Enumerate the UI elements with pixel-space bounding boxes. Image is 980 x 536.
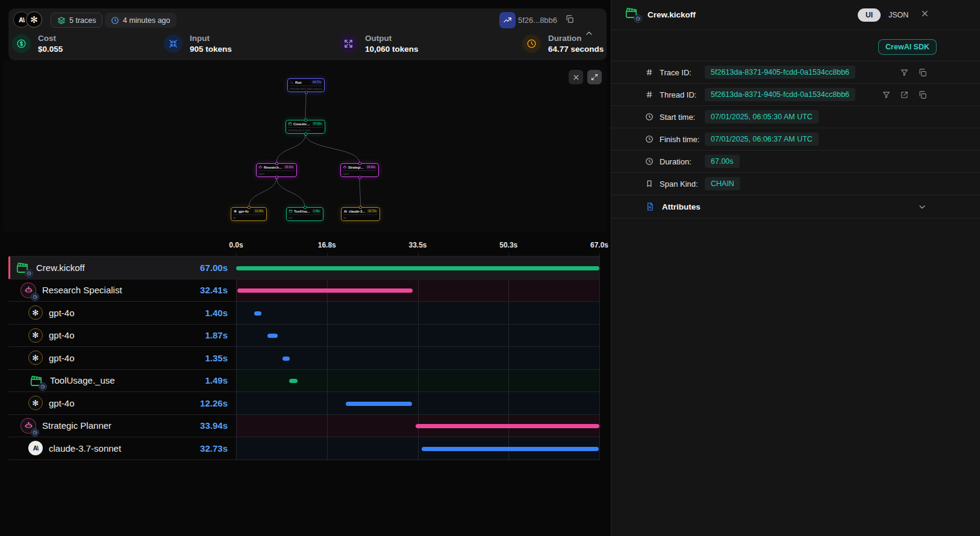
graph-node-research[interactable]: Research Speciali...32.41sagent <box>256 163 297 177</box>
span-duration: 1.40s <box>205 302 228 324</box>
span-bar[interactable] <box>346 402 412 406</box>
graph-node-strategic[interactable]: Strategic Planner33.94sagent <box>340 163 379 177</box>
graph-node-head: ToolUsage._use1.49s <box>289 209 321 213</box>
graph-connector-handle <box>358 162 361 165</box>
graph-connector-handle <box>304 132 307 136</box>
graph-node-run[interactable]: Run64.77s5f2613da-8371-9405-fcdd-0a15… <box>287 78 325 92</box>
close-icon <box>572 73 580 81</box>
trace-age-badge[interactable]: 4 minutes ago <box>105 13 176 28</box>
span-name-cell: ✻gpt-4o <box>28 302 75 324</box>
span-name-cell: Strategic Planner <box>20 415 111 437</box>
waterfall-row[interactable]: Crew.kickoff67.00s <box>8 257 599 279</box>
openai-logo-icon: ✻ <box>26 11 42 28</box>
span-bar[interactable] <box>422 447 599 451</box>
detail-label: Finish time: <box>660 135 699 144</box>
graph-connector-handle <box>275 176 278 179</box>
anthropic-icon: A\ <box>28 441 43 455</box>
trace-chart-button[interactable] <box>499 12 516 28</box>
span-bar[interactable] <box>254 311 262 316</box>
span-chart-cell <box>236 325 599 347</box>
waterfall-row[interactable]: ToolUsage._use1.49s <box>8 370 599 393</box>
copy-icon[interactable] <box>565 14 574 23</box>
anthropic-icon: A\ <box>343 209 348 213</box>
graph-node-subtext: agent <box>258 170 295 175</box>
tab-ui[interactable]: UI <box>858 8 881 22</box>
graph-expand-button[interactable] <box>587 70 602 84</box>
waterfall-row[interactable]: ✻gpt-4o1.40s <box>8 302 599 325</box>
span-bar[interactable] <box>267 334 278 338</box>
span-bar[interactable] <box>416 424 599 428</box>
terminal-icon <box>290 80 294 84</box>
openai-icon: ✻ <box>28 351 43 365</box>
detail-value-chip: 67.00s <box>705 155 740 168</box>
graph-close-button[interactable] <box>569 70 583 84</box>
span-duration: 32.73s <box>200 437 228 460</box>
filter-icon[interactable] <box>900 68 909 77</box>
trace-summary-panel: A\ ✻ 5 traces 4 minutes ago 5f26...8bb6 … <box>8 8 607 60</box>
chevron-down-icon[interactable] <box>917 202 927 214</box>
copy-icon[interactable] <box>918 90 927 99</box>
detail-row: Trace ID:5f2613da-8371-9405-fcdd-0a1534c… <box>611 61 980 84</box>
attributes-label: Attributes <box>662 202 701 211</box>
filter-icon[interactable] <box>882 90 891 99</box>
graph-node-head: Strategic Planner33.94s <box>343 165 376 169</box>
metric-label: Output <box>365 34 419 43</box>
clock-icon <box>645 157 654 166</box>
span-duration: 67.00s <box>200 257 228 279</box>
detail-row: Start time:07/01/2025, 06:05:30 AM UTC <box>611 106 980 128</box>
waterfall-row[interactable]: Research Specialist32.41s <box>8 279 599 302</box>
detail-titlebar: Crew.kickoff UI JSON <box>611 0 980 30</box>
graph-node-crew[interactable]: Crew.kickoff67.00s5f2613da-8371-9405… <box>286 120 325 134</box>
span-bar[interactable] <box>282 357 290 361</box>
detail-value-chip: 07/01/2025, 06:05:30 AM UTC <box>705 110 819 123</box>
graph-node-label: ToolUsage._use <box>294 210 311 213</box>
clock-icon <box>645 113 654 121</box>
span-chart-cell <box>236 437 599 460</box>
attributes-row[interactable]: Attributes <box>611 195 980 219</box>
graph-node-subtext: agent <box>343 170 376 175</box>
graph-connector-handle <box>304 119 307 122</box>
clock-icon <box>522 34 541 53</box>
graph-node-claude[interactable]: A\claude-3.7-sonnet32.73sllm <box>341 207 380 221</box>
span-duration: 1.87s <box>205 325 228 347</box>
openai-icon: ✻ <box>28 305 43 320</box>
span-chart-cell <box>236 415 599 437</box>
graph-node-subtext: llm <box>233 214 264 219</box>
hash-icon <box>645 90 654 99</box>
waterfall-row[interactable]: A\claude-3.7-sonnet32.73s <box>8 437 599 460</box>
chevron-up-icon[interactable] <box>584 29 594 39</box>
waterfall-row[interactable]: ✻gpt-4o1.87s <box>8 325 599 347</box>
span-name: gpt-4o <box>49 330 75 340</box>
span-duration: 32.41s <box>200 279 228 302</box>
span-bar[interactable] <box>237 288 413 293</box>
waterfall-row[interactable]: ✻gpt-4o12.26s <box>8 392 599 415</box>
robot-icon <box>258 165 263 169</box>
open-external-icon[interactable] <box>900 90 909 99</box>
panel-close-icon[interactable] <box>920 9 929 18</box>
waterfall-row[interactable]: Strategic Planner33.94s <box>8 415 599 438</box>
detail-row: Finish time:07/01/2025, 06:06:37 AM UTC <box>611 128 980 151</box>
copy-icon[interactable] <box>918 68 927 77</box>
waterfall-row[interactable]: ✻gpt-4o1.35s <box>8 347 599 370</box>
span-bar[interactable] <box>236 266 599 270</box>
openai-icon: ✻ <box>28 396 43 410</box>
span-duration: 12.26s <box>200 392 228 414</box>
span-bar[interactable] <box>289 379 297 383</box>
span-duration: 1.49s <box>205 370 228 392</box>
graph-node-tool[interactable]: ToolUsage._use1.49stool <box>286 207 323 221</box>
graph-node-subtext: llm <box>343 214 378 219</box>
graph-node-badge: 33.94s <box>366 165 376 169</box>
traces-count-badge[interactable]: 5 traces <box>51 13 102 28</box>
sdk-badge: CrewAI SDK <box>878 39 937 55</box>
metric-text-cost: Cost$0.055 <box>38 34 63 54</box>
graph-node-gpt[interactable]: ✻gpt-4o12.26sllm <box>231 207 267 221</box>
waterfall-rows: Crew.kickoff67.00sResearch Specialist32.… <box>8 256 599 460</box>
detail-rows: Trace ID:5f2613da-8371-9405-fcdd-0a1534c… <box>611 61 980 219</box>
graph-node-label: Research Speciali... <box>264 166 282 169</box>
graph-node-label: gpt-4o <box>239 210 252 213</box>
detail-actions <box>882 90 927 99</box>
detail-label: Start time: <box>660 113 695 122</box>
detail-title: Crew.kickoff <box>648 10 696 19</box>
metric-label: Input <box>190 34 232 43</box>
tab-json[interactable]: JSON <box>888 11 908 19</box>
